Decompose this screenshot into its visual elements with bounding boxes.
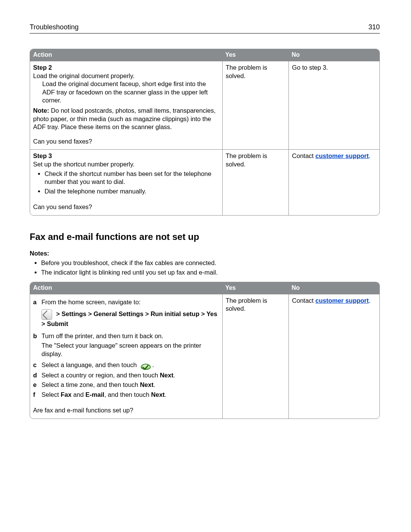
section-notes: Before you troubleshoot, check if the fa… xyxy=(41,259,380,276)
step2-no: Go to step 3. xyxy=(288,61,379,149)
section-note1: Before you troubleshoot, check if the fa… xyxy=(41,259,380,267)
troubleshoot-table-1: Action Yes No Step 2 Load the original d… xyxy=(30,49,380,215)
col-yes: Yes xyxy=(222,282,288,294)
step3-action-cell: Step 3 Set up the shortcut number proper… xyxy=(30,149,222,215)
f-b2: E‑mail xyxy=(86,391,105,398)
step2-yes: The problem is solved. xyxy=(222,61,288,149)
e-bold: Next xyxy=(140,381,154,388)
col-no: No xyxy=(288,282,379,294)
path-text: Settings > General Settings > Run initia… xyxy=(41,311,217,328)
item-f: Select Fax and E‑mail, and then touch Ne… xyxy=(41,391,219,399)
e-after: . xyxy=(153,381,155,388)
step3-b1: Check if the shortcut number has been se… xyxy=(45,170,219,186)
step2-action-cell: Step 2 Load the original document proper… xyxy=(30,61,222,149)
f-b3: Next xyxy=(151,391,165,398)
e-pre: Select a time zone, and then touch xyxy=(41,381,140,388)
item-d: Select a country or region, and then tou… xyxy=(41,371,219,379)
f-mid: and xyxy=(72,391,86,398)
d-pre: Select a country or region, and then tou… xyxy=(41,372,160,379)
setup-action-cell: aFrom the home screen, navigate to: > Se… xyxy=(30,294,222,419)
note-label: Note: xyxy=(33,107,49,114)
c-after: . xyxy=(152,361,154,368)
setup-question: Are fax and e‑mail functions set up? xyxy=(33,406,219,414)
step2-title: Step 2 xyxy=(33,64,52,71)
step2-detail: Load the original document faceup, short… xyxy=(33,80,219,104)
step2-line1: Load the original document properly. xyxy=(33,72,219,80)
table-header-row: Action Yes No xyxy=(30,282,379,294)
table-row: Step 2 Load the original document proper… xyxy=(30,61,379,149)
setup-yes: The problem is solved. xyxy=(222,294,288,419)
c-pre: Select a language, and then touch xyxy=(41,361,139,368)
section-note2: The indicator light is blinking red unti… xyxy=(41,268,380,276)
customer-support-link[interactable]: customer support xyxy=(315,152,369,159)
page-header: Troubleshooting 310 xyxy=(30,23,380,34)
f-after: . xyxy=(165,391,167,398)
step3-no: Contact customer support. xyxy=(288,149,379,215)
check-icon xyxy=(140,361,151,370)
page-number: 310 xyxy=(368,23,380,32)
item-b: Turn off the printer, and then turn it b… xyxy=(41,332,219,358)
step3-line1: Set up the shortcut number properly. xyxy=(33,160,219,168)
section-heading: Fax and e-mail functions are not set up xyxy=(30,231,380,243)
table-header-row: Action Yes No xyxy=(30,49,379,61)
step2-question: Can you send faxes? xyxy=(33,137,219,145)
b-detail: The "Select your language" screen appear… xyxy=(41,342,219,358)
header-title: Troubleshooting xyxy=(30,23,78,32)
f-b1: Fax xyxy=(61,391,71,398)
f-mid2: , and then touch xyxy=(104,391,151,398)
no-prefix: Contact xyxy=(292,152,315,159)
step3-yes: The problem is solved. xyxy=(222,149,288,215)
d-after: . xyxy=(174,372,175,379)
step3-b2: Dial the telephone number manually. xyxy=(45,187,219,195)
nav-path: > Settings > General Settings > Run init… xyxy=(33,309,219,328)
b-text: Turn off the printer, and then turn it b… xyxy=(41,332,163,339)
customer-support-link[interactable]: customer support xyxy=(315,297,369,304)
page: Troubleshooting 310 Action Yes No Step 2… xyxy=(30,23,380,419)
item-a: From the home screen, navigate to: xyxy=(41,298,219,306)
item-e: Select a time zone, and then touch Next. xyxy=(41,381,219,389)
step2-note: Note: Do not load postcards, photos, sma… xyxy=(33,107,219,131)
step3-bullets: Check if the shortcut number has been se… xyxy=(45,170,219,195)
table-row: aFrom the home screen, navigate to: > Se… xyxy=(30,294,379,419)
col-yes: Yes xyxy=(222,49,288,61)
col-no: No xyxy=(288,49,379,61)
note-text: Do not load postcards, photos, small ite… xyxy=(33,107,216,130)
path-prefix: > xyxy=(54,311,62,318)
col-action: Action xyxy=(30,282,222,294)
item-c: Select a language, and then touch . xyxy=(41,361,219,370)
table-row: Step 3 Set up the shortcut number proper… xyxy=(30,149,379,215)
no-suffix: . xyxy=(369,297,371,304)
wrench-icon xyxy=(41,309,52,320)
notes-label: Notes: xyxy=(30,249,380,257)
col-action: Action xyxy=(30,49,222,61)
step3-question: Can you send faxes? xyxy=(33,203,219,211)
f-pre: Select xyxy=(41,391,61,398)
step3-title: Step 3 xyxy=(33,152,52,159)
no-prefix: Contact xyxy=(292,297,315,304)
setup-no: Contact customer support. xyxy=(288,294,379,419)
no-suffix: . xyxy=(369,152,371,159)
troubleshoot-table-2: Action Yes No aFrom the home screen, nav… xyxy=(30,282,380,419)
d-bold: Next xyxy=(160,372,174,379)
